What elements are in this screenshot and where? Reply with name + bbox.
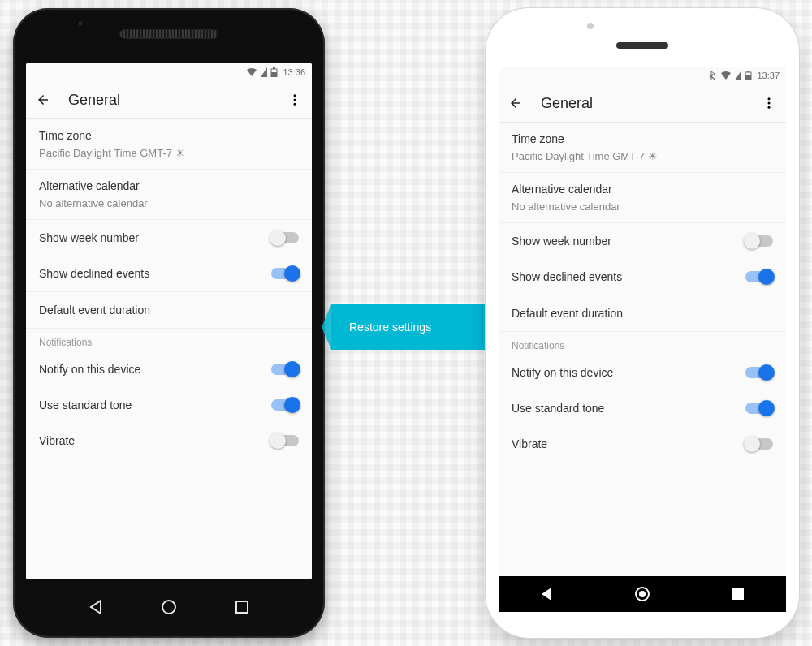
status-clock: 13:37 xyxy=(757,71,780,80)
camera-dot xyxy=(78,21,83,26)
setting-label: Alternative calendar xyxy=(512,183,773,196)
setting-notify-device[interactable]: Notify on this device xyxy=(26,351,312,387)
toggle-switch[interactable] xyxy=(271,435,299,446)
nav-recents-icon[interactable] xyxy=(232,597,252,617)
setting-value: Pacific Daylight Time GMT-7 xyxy=(512,150,645,162)
phone-left-frame: 13:36 General Time zone Pacific Daylight… xyxy=(13,8,325,638)
setting-show-declined[interactable]: Show declined events xyxy=(26,256,312,291)
svg-point-4 xyxy=(294,99,296,101)
setting-value: Pacific Daylight Time GMT-7 xyxy=(39,147,172,159)
battery-icon xyxy=(745,71,752,80)
nav-back-icon[interactable] xyxy=(86,597,106,617)
restore-arrow: Restore settings xyxy=(331,304,512,350)
camera-dot xyxy=(587,23,594,29)
toggle-switch[interactable] xyxy=(745,403,773,414)
svg-point-5 xyxy=(294,103,296,106)
svg-rect-1 xyxy=(271,72,277,77)
setting-label: Use standard tone xyxy=(512,402,604,415)
wifi-icon xyxy=(720,71,732,80)
svg-rect-16 xyxy=(732,588,744,600)
phone-right-screen: 13:37 General Time zone Pacific Daylight… xyxy=(499,67,786,576)
phone-right-frame: 13:37 General Time zone Pacific Daylight… xyxy=(486,8,799,638)
svg-point-13 xyxy=(768,106,771,109)
sun-icon: ☀ xyxy=(175,147,185,159)
setting-label: Time zone xyxy=(512,132,773,145)
bluetooth-icon xyxy=(709,71,717,80)
section-header-notifications: Notifications xyxy=(499,332,786,355)
svg-point-12 xyxy=(768,102,771,105)
svg-rect-10 xyxy=(747,71,749,72)
setting-label: Notify on this device xyxy=(512,366,613,379)
toggle-switch[interactable] xyxy=(745,271,773,282)
toggle-switch[interactable] xyxy=(271,399,299,411)
setting-label: Alternative calendar xyxy=(39,179,299,192)
setting-default-duration[interactable]: Default event duration xyxy=(26,292,312,328)
toggle-switch[interactable] xyxy=(271,364,299,375)
setting-label: Vibrate xyxy=(39,434,75,447)
setting-vibrate[interactable]: Vibrate xyxy=(26,423,312,459)
setting-label: Default event duration xyxy=(512,307,623,320)
setting-value: No alternative calendar xyxy=(39,197,299,209)
setting-label: Vibrate xyxy=(512,437,547,450)
setting-timezone[interactable]: Time zone Pacific Daylight Time GMT-7 ☀ xyxy=(26,119,312,169)
cellular-icon xyxy=(261,67,267,77)
setting-vibrate[interactable]: Vibrate xyxy=(499,426,786,462)
nav-home-icon[interactable] xyxy=(159,597,179,617)
setting-label: Show week number xyxy=(39,231,139,244)
nav-recents-icon[interactable] xyxy=(729,585,747,603)
settings-list[interactable]: Time zone Pacific Daylight Time GMT-7 ☀ … xyxy=(499,123,786,576)
setting-timezone[interactable]: Time zone Pacific Daylight Time GMT-7 ☀ xyxy=(499,123,786,172)
setting-label: Default event duration xyxy=(39,304,150,317)
svg-rect-2 xyxy=(273,67,275,69)
page-title: General xyxy=(541,95,744,112)
toggle-switch[interactable] xyxy=(271,232,299,243)
setting-alt-calendar[interactable]: Alternative calendar No alternative cale… xyxy=(499,173,786,222)
svg-point-11 xyxy=(768,97,771,100)
page-title: General xyxy=(68,92,270,109)
navigation-bar xyxy=(499,576,786,612)
app-bar: General xyxy=(499,84,786,123)
setting-default-duration[interactable]: Default event duration xyxy=(499,295,786,331)
svg-rect-9 xyxy=(745,75,751,80)
wifi-icon xyxy=(246,67,257,77)
back-icon[interactable] xyxy=(508,96,523,110)
svg-point-3 xyxy=(294,94,296,97)
back-icon[interactable] xyxy=(36,93,50,107)
overflow-menu-icon[interactable] xyxy=(762,96,776,110)
earpiece-speaker xyxy=(616,42,668,49)
setting-show-week-number[interactable]: Show week number xyxy=(26,220,312,256)
toggle-switch[interactable] xyxy=(745,438,773,450)
setting-standard-tone[interactable]: Use standard tone xyxy=(26,387,312,423)
settings-list[interactable]: Time zone Pacific Daylight Time GMT-7 ☀ … xyxy=(26,119,312,579)
section-header-notifications: Notifications xyxy=(26,329,312,351)
status-bar: 13:36 xyxy=(26,63,312,81)
phone-left-screen: 13:36 General Time zone Pacific Daylight… xyxy=(26,63,312,579)
overflow-menu-icon[interactable] xyxy=(287,93,302,107)
setting-label: Show week number xyxy=(512,235,611,248)
battery-icon xyxy=(270,67,278,77)
sun-icon: ☀ xyxy=(648,150,658,162)
status-clock: 13:36 xyxy=(283,67,305,77)
setting-label: Show declined events xyxy=(512,270,622,283)
earpiece-speaker xyxy=(119,29,218,39)
setting-show-declined[interactable]: Show declined events xyxy=(499,259,786,295)
setting-label: Time zone xyxy=(39,129,299,142)
cellular-icon xyxy=(735,71,741,80)
svg-point-15 xyxy=(639,591,646,597)
setting-show-week-number[interactable]: Show week number xyxy=(499,223,786,259)
app-bar: General xyxy=(26,81,312,119)
setting-standard-tone[interactable]: Use standard tone xyxy=(499,390,786,426)
status-bar: 13:37 xyxy=(499,67,786,84)
setting-notify-device[interactable]: Notify on this device xyxy=(499,355,786,390)
nav-home-icon[interactable] xyxy=(633,584,652,604)
nav-back-icon[interactable] xyxy=(538,585,555,603)
toggle-switch[interactable] xyxy=(745,235,773,247)
svg-point-6 xyxy=(162,601,175,614)
svg-rect-7 xyxy=(236,601,248,613)
toggle-switch[interactable] xyxy=(271,268,299,279)
setting-value: No alternative calendar xyxy=(512,200,773,213)
toggle-switch[interactable] xyxy=(745,367,773,378)
setting-label: Show declined events xyxy=(39,267,149,280)
setting-label: Notify on this device xyxy=(39,363,140,376)
setting-alt-calendar[interactable]: Alternative calendar No alternative cale… xyxy=(26,170,312,219)
